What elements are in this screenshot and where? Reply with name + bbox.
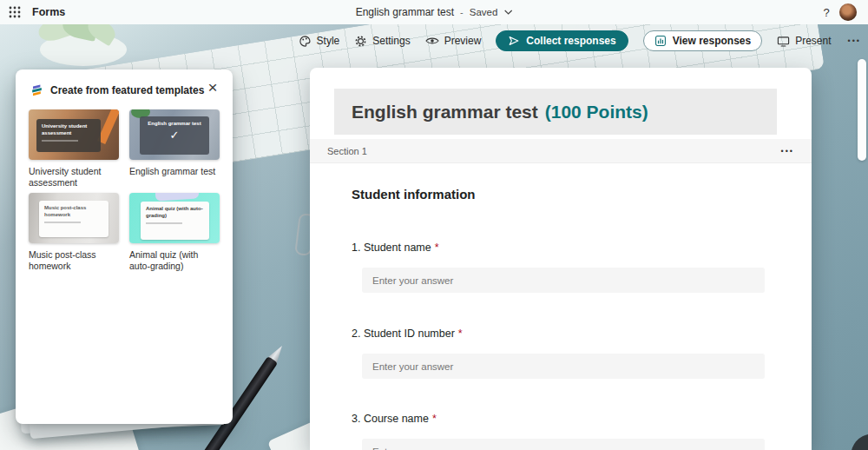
- question-student-name[interactable]: 1. Student name*: [352, 242, 768, 293]
- avatar[interactable]: [839, 3, 857, 21]
- featured-templates-icon: [30, 83, 44, 97]
- microsoft-forms-app: English grammar test (100 Points) Sectio…: [0, 0, 868, 450]
- document-title: English grammar test: [356, 6, 454, 18]
- question-label: 2. Student ID number*: [352, 328, 768, 340]
- app-launcher-icon[interactable]: [9, 6, 21, 18]
- photo-dark-corner: [845, 427, 868, 450]
- chevron-down-icon: [503, 10, 512, 15]
- template-thumbnail: Music post-class homework: [29, 193, 119, 243]
- help-icon[interactable]: ?: [818, 3, 835, 22]
- document-title-group[interactable]: English grammar test - Saved: [356, 0, 513, 24]
- template-caption: English grammar test: [129, 166, 220, 177]
- page-scrollbar-thumb[interactable]: [858, 59, 866, 161]
- form-title-banner[interactable]: English grammar test (100 Points): [334, 89, 777, 135]
- templates-panel-title: Create from featured templates: [50, 84, 204, 96]
- required-asterisk: *: [432, 413, 437, 425]
- app-header: Forms English grammar test - Saved ?: [0, 0, 868, 24]
- preview-button[interactable]: Preview: [425, 35, 482, 47]
- close-icon[interactable]: ×: [201, 76, 224, 99]
- monitor-icon: [777, 35, 790, 48]
- template-caption: University student assessment: [29, 166, 119, 188]
- question-label: 1. Student name*: [352, 242, 768, 254]
- checkmark-icon: ✓: [145, 129, 204, 142]
- saved-status: Saved: [470, 7, 498, 17]
- settings-button[interactable]: Settings: [354, 35, 410, 48]
- template-thumbnail: Animal quiz (with auto-grading): [129, 193, 220, 243]
- featured-templates-panel: Create from featured templates × Univers…: [16, 69, 233, 424]
- question-label: 3. Course name*: [352, 413, 768, 425]
- template-caption: Music post-class homework: [29, 249, 119, 271]
- plant-photo: [33, 17, 133, 66]
- style-button[interactable]: Style: [299, 35, 340, 48]
- template-thumbnail: University student assessment: [29, 109, 119, 160]
- template-english-grammar-test[interactable]: English grammar test ✓ English grammar t…: [129, 109, 220, 177]
- form-toolbar: Style Settings Preview: [299, 30, 863, 52]
- gear-icon: [354, 35, 367, 48]
- section-bar: Section 1 •••: [310, 139, 812, 163]
- template-thumbnail: English grammar test ✓: [129, 109, 220, 160]
- present-button[interactable]: Present: [777, 35, 831, 48]
- question-student-id[interactable]: 2. Student ID number*: [352, 328, 768, 379]
- required-asterisk: *: [435, 242, 439, 254]
- app-name: Forms: [32, 6, 65, 18]
- form-points: (100 Points): [545, 102, 648, 122]
- template-caption: Animal quiz (with auto-grading): [129, 249, 220, 271]
- bar-chart-icon: [654, 35, 667, 47]
- view-responses-button[interactable]: View responses: [643, 30, 763, 51]
- template-music-post-class-homework[interactable]: Music post-class homework Music post-cla…: [29, 193, 119, 271]
- answer-input[interactable]: [362, 354, 765, 379]
- send-icon: [508, 35, 520, 47]
- template-university-student-assessment[interactable]: University student assessment University…: [29, 109, 119, 188]
- form-title: English grammar test: [352, 102, 538, 122]
- collect-responses-button[interactable]: Collect responses: [496, 30, 628, 51]
- section-label: Section 1: [327, 146, 367, 156]
- question-course-name[interactable]: 3. Course name*: [352, 413, 768, 450]
- more-options-icon[interactable]: •••: [846, 36, 863, 45]
- answer-input[interactable]: [362, 439, 765, 450]
- form-canvas: English grammar test (100 Points) Sectio…: [310, 68, 812, 450]
- answer-input[interactable]: [362, 268, 765, 293]
- section-heading[interactable]: Student information: [352, 187, 476, 202]
- required-asterisk: *: [458, 328, 463, 340]
- title-separator: -: [460, 7, 464, 17]
- section-more-button[interactable]: •••: [779, 147, 796, 156]
- template-animal-quiz[interactable]: Animal quiz (with auto-grading) Animal q…: [129, 193, 220, 271]
- eye-icon: [425, 36, 439, 45]
- palette-icon: [299, 35, 312, 48]
